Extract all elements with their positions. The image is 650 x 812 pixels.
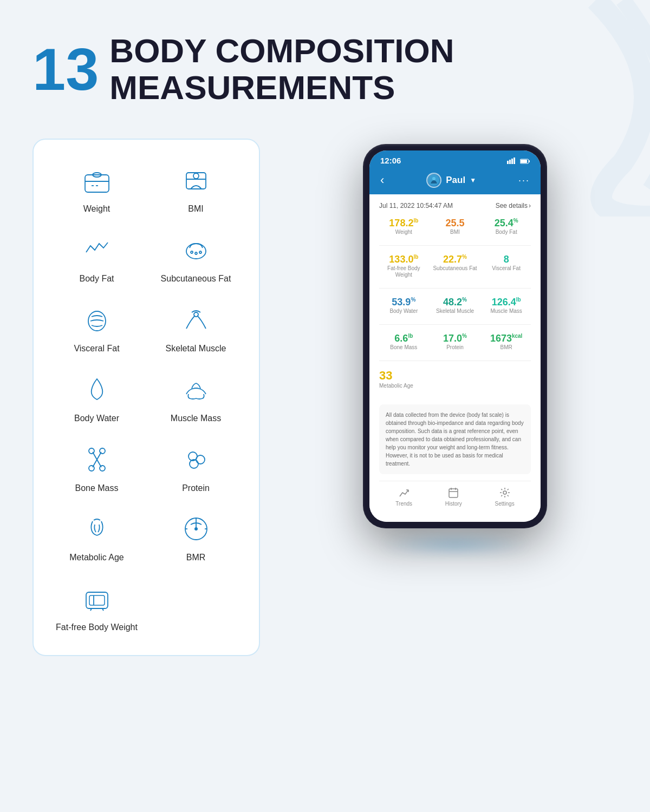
svg-rect-32 [509, 160, 511, 164]
bone-mass-value: 6.6lb [394, 333, 413, 343]
metric-bmi: 25.5 BMI [431, 218, 480, 235]
measurements-grid: Weight BMI Body Fat [50, 161, 243, 633]
measurements-panel: Weight BMI Body Fat [32, 139, 260, 656]
visceral-fat-icon [78, 301, 116, 339]
svg-rect-42 [449, 489, 458, 497]
bmr-value: 1673kcal [490, 333, 523, 343]
body-water-value: 53.9% [392, 297, 415, 307]
fat-free-icon [78, 580, 116, 618]
fat-free-label: Fat-free Body Weight [56, 622, 138, 633]
bmr-icon [177, 510, 215, 548]
phone-screen: 12:06 ‹ [369, 150, 541, 522]
visceral-metric-label: Visceral Fat [492, 265, 521, 272]
nav-trends[interactable]: Trends [395, 487, 412, 507]
body-fat-icon [78, 231, 116, 269]
measurement-bone-mass: Bone Mass [50, 441, 144, 494]
bmi-label: BMI [188, 204, 203, 215]
muscle-mass-label: Muscle Mass [171, 413, 221, 424]
metric-subcutaneous: 22.7% Subcutaneous Fat [431, 254, 480, 278]
bone-mass-label: Bone Mass [75, 483, 118, 494]
see-details-button[interactable]: See details › [496, 202, 531, 209]
measurement-skeletal-muscle: Skeletal Muscle [149, 301, 243, 355]
phone-bottom-nav: Trends History Settings [379, 481, 531, 514]
svg-point-46 [503, 491, 506, 494]
svg-point-39 [432, 177, 435, 180]
protein-value: 17.0% [443, 333, 467, 343]
measurement-visceral-fat: Visceral Fat [50, 301, 144, 355]
back-button[interactable]: ‹ [380, 173, 384, 187]
svg-rect-34 [514, 158, 515, 164]
weight-value: 178.2lb [389, 218, 418, 228]
protein-metric-label: Protein [446, 344, 464, 351]
nav-title: Paul ▼ [426, 173, 476, 188]
weight-icon [78, 161, 116, 199]
measurement-fat-free: Fat-free Body Weight [50, 580, 144, 633]
metrics-row-2: 133.0lb Fat-free Body Weight 22.7% Subcu… [379, 254, 531, 278]
fat-free-weight-value: 133.0lb [389, 254, 418, 264]
svg-rect-37 [529, 160, 530, 162]
metrics-section: 178.2lb Weight 25.5 BMI 25.4% Body Fat [379, 218, 531, 397]
skeletal-muscle-metric-label: Skeletal Muscle [436, 308, 474, 315]
subcutaneous-fat-icon [177, 231, 215, 269]
metabolic-age-row: 33 Metabolic Age [379, 370, 531, 397]
phone-content: Jul 11, 2022 10:54:47 AM See details › [369, 194, 541, 522]
metrics-row-3: 53.9% Body Water 48.2% Skeletal Muscle 1… [379, 297, 531, 315]
measurement-date: Jul 11, 2022 10:54:47 AM [379, 202, 453, 209]
measurement-bmi: BMI [149, 161, 243, 215]
user-name: Paul [446, 175, 465, 186]
body-water-metric-label: Body Water [389, 308, 418, 315]
svg-rect-33 [511, 159, 513, 164]
metrics-row-1: 178.2lb Weight 25.5 BMI 25.4% Body Fat [379, 218, 531, 235]
svg-point-15 [89, 448, 94, 454]
bmi-value: 25.5 [445, 218, 464, 228]
metabolic-age-label: Metabolic Age [69, 552, 124, 564]
more-options-button[interactable]: ··· [518, 175, 530, 186]
svg-point-6 [193, 173, 199, 179]
header-number: 13 [32, 40, 99, 99]
metric-body-fat: 25.4% Body Fat [482, 218, 531, 235]
weight-metric-label: Weight [395, 229, 412, 235]
visceral-value: 8 [504, 254, 509, 264]
weight-label: Weight [83, 204, 110, 215]
svg-point-18 [100, 466, 105, 471]
bmr-label: BMR [186, 552, 206, 564]
phone-status-icons [507, 158, 530, 164]
phone-navbar: ‹ Paul ▼ ··· [369, 168, 541, 194]
bmr-metric-label: BMR [500, 344, 512, 351]
svg-point-21 [196, 455, 205, 464]
metric-protein: 17.0% Protein [431, 333, 480, 351]
svg-point-8 [186, 244, 206, 259]
nav-settings[interactable]: Settings [495, 487, 515, 507]
body-fat-metric-label: Body Fat [496, 229, 517, 235]
measurement-muscle-mass: Muscle Mass [149, 371, 243, 424]
phone-mockup: 12:06 ‹ [363, 144, 547, 528]
bone-mass-metric-label: Bone Mass [390, 344, 417, 351]
phone-time: 12:06 [380, 156, 401, 165]
body-fat-label: Body Fat [79, 273, 114, 285]
metric-metabolic-age: 33 Metabolic Age [379, 370, 413, 389]
protein-icon [177, 441, 215, 479]
measurement-weight: Weight [50, 161, 144, 215]
nav-history[interactable]: History [445, 487, 462, 507]
body-fat-value: 25.4% [495, 218, 518, 228]
metric-body-water: 53.9% Body Water [379, 297, 428, 315]
header-line2: MEASUREMENTS [109, 69, 454, 106]
phone-date-row: Jul 11, 2022 10:54:47 AM See details › [379, 202, 531, 209]
metabolic-age-metric-label: Metabolic Age [379, 383, 413, 389]
bmi-metric-label: BMI [450, 229, 460, 235]
measurement-protein: Protein [149, 441, 243, 494]
svg-point-11 [199, 251, 202, 253]
visceral-fat-label: Visceral Fat [74, 343, 119, 355]
bone-mass-icon [78, 441, 116, 479]
body-water-icon [78, 371, 116, 409]
fat-free-weight-metric-label: Fat-free Body Weight [379, 265, 428, 278]
measurement-subcutaneous-fat: Subcutaneous Fat [149, 231, 243, 285]
body-water-label: Body Water [74, 413, 119, 424]
bmi-icon [177, 161, 215, 199]
metric-fat-free-weight: 133.0lb Fat-free Body Weight [379, 254, 428, 278]
subcutaneous-metric-label: Subcutaneous Fat [433, 265, 477, 272]
phone-container: 12:06 ‹ [282, 139, 628, 528]
metrics-row-4: 6.6lb Bone Mass 17.0% Protein 1673kcal B… [379, 333, 531, 351]
subcutaneous-value: 22.7% [443, 254, 467, 264]
metric-skeletal-muscle: 48.2% Skeletal Muscle [431, 297, 480, 315]
